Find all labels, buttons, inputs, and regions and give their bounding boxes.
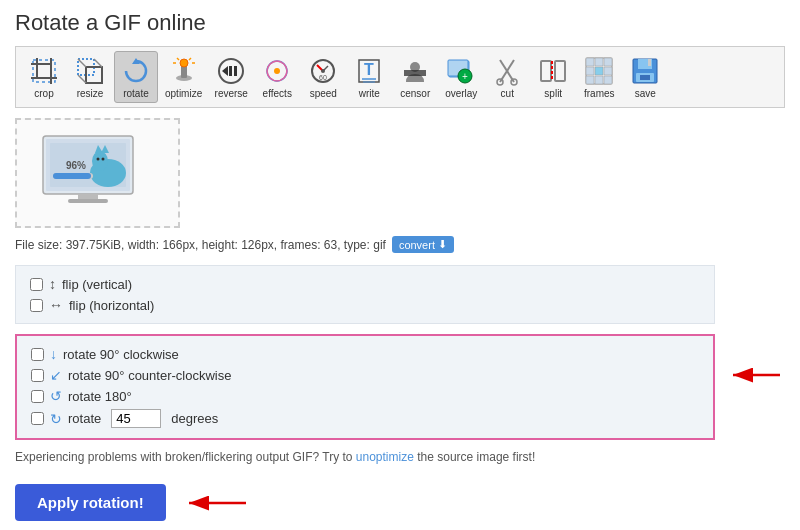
rotate-icon: [120, 55, 152, 87]
crop-icon: [28, 55, 60, 87]
save-icon: [629, 55, 661, 87]
svg-rect-49: [595, 67, 603, 75]
convert-label: convert: [399, 239, 435, 251]
rotate-90ccw-icon: ↙: [50, 367, 62, 383]
svg-rect-46: [595, 58, 603, 66]
rotate-90ccw-checkbox[interactable]: [31, 369, 44, 382]
convert-button[interactable]: convert ⬇: [392, 236, 454, 253]
file-info-text: File size: 397.75KiB, width: 166px, heig…: [15, 238, 386, 252]
tool-optimize[interactable]: optimize: [160, 52, 207, 102]
flip-vertical-row: ↕ flip (vertical): [30, 276, 700, 292]
svg-rect-48: [586, 67, 594, 75]
split-icon: [537, 55, 569, 87]
tool-frames[interactable]: frames: [577, 52, 621, 102]
rotate-180-row: ↺ rotate 180°: [31, 388, 699, 404]
apply-button-area: Apply rotation!: [15, 484, 785, 521]
file-info: File size: 397.75KiB, width: 166px, heig…: [15, 236, 785, 253]
tool-crop[interactable]: crop: [22, 52, 66, 102]
svg-rect-32: [404, 70, 426, 76]
svg-rect-50: [604, 67, 612, 75]
convert-icon: ⬇: [438, 238, 447, 251]
flip-options-section: ↕ flip (vertical) ↔ flip (horizontal): [15, 265, 715, 324]
rotate-deg-prefix: rotate: [68, 411, 101, 426]
rotate-90cw-icon: ↓: [50, 346, 57, 362]
tool-overlay[interactable]: + overlay: [439, 52, 483, 102]
rotate-deg-checkbox[interactable]: [31, 412, 44, 425]
svg-line-8: [94, 59, 102, 67]
svg-point-23: [274, 68, 280, 74]
svg-rect-41: [541, 61, 551, 81]
rotate-90cw-checkbox[interactable]: [31, 348, 44, 361]
tool-effects-label: effects: [263, 88, 292, 99]
svg-line-7: [78, 59, 86, 67]
tool-split[interactable]: split: [531, 52, 575, 102]
rotate-deg-suffix: degrees: [171, 411, 218, 426]
tool-frames-label: frames: [584, 88, 615, 99]
rotate-90ccw-label: rotate 90° counter-clockwise: [68, 368, 231, 383]
apply-rotation-button[interactable]: Apply rotation!: [15, 484, 166, 521]
toolbar: crop resize rotat: [15, 46, 785, 108]
effects-icon: [261, 55, 293, 87]
page-title: Rotate a GIF online: [15, 10, 785, 36]
censor-icon: [399, 55, 431, 87]
unoptimize-link[interactable]: unoptimize: [356, 450, 414, 464]
tool-rotate[interactable]: rotate: [114, 51, 158, 103]
flip-horizontal-icon: ↔: [49, 297, 63, 313]
svg-rect-72: [53, 173, 91, 179]
svg-rect-58: [640, 75, 650, 80]
flip-vertical-label: flip (vertical): [62, 277, 132, 292]
tool-cut-label: cut: [501, 88, 514, 99]
flip-horizontal-label: flip (horizontal): [69, 298, 154, 313]
flip-vertical-icon: ↕: [49, 276, 56, 292]
resize-icon: [74, 55, 106, 87]
rotate-90cw-row: ↓ rotate 90° clockwise: [31, 346, 699, 362]
overlay-icon: +: [445, 55, 477, 87]
rotate-deg-icon: ↻: [50, 411, 62, 427]
flip-horizontal-checkbox[interactable]: [30, 299, 43, 312]
rotate-deg-input[interactable]: 45: [111, 409, 161, 428]
tool-save-label: save: [635, 88, 656, 99]
svg-text:96%: 96%: [66, 160, 86, 171]
svg-rect-56: [648, 59, 651, 66]
svg-rect-53: [604, 76, 612, 84]
tool-save[interactable]: save: [623, 52, 667, 102]
svg-point-68: [96, 157, 99, 160]
cut-icon: [491, 55, 523, 87]
svg-rect-45: [586, 58, 594, 66]
svg-rect-51: [586, 76, 594, 84]
svg-rect-20: [229, 66, 232, 76]
tool-censor-label: censor: [400, 88, 430, 99]
svg-text:60: 60: [319, 74, 327, 81]
rotate-180-label: rotate 180°: [68, 389, 132, 404]
rotate-section-arrow: [725, 360, 785, 390]
tool-effects[interactable]: effects: [255, 52, 299, 102]
rotate-180-checkbox[interactable]: [31, 390, 44, 403]
tool-crop-label: crop: [34, 88, 53, 99]
rotate-90cw-label: rotate 90° clockwise: [63, 347, 179, 362]
tool-optimize-label: optimize: [165, 88, 202, 99]
rotate-180-icon: ↺: [50, 388, 62, 404]
tool-cut[interactable]: cut: [485, 52, 529, 102]
svg-text:T: T: [364, 61, 374, 78]
tool-write[interactable]: T write: [347, 52, 391, 102]
write-icon: T: [353, 55, 385, 87]
tool-speed[interactable]: 60 speed: [301, 52, 345, 102]
flip-vertical-checkbox[interactable]: [30, 278, 43, 291]
svg-point-25: [321, 69, 325, 73]
tool-resize[interactable]: resize: [68, 52, 112, 102]
tool-censor[interactable]: censor: [393, 52, 437, 102]
rotate-deg-row: ↻ rotate 45 degrees: [31, 409, 699, 428]
svg-point-13: [180, 59, 188, 67]
svg-point-69: [101, 157, 104, 160]
tool-overlay-label: overlay: [445, 88, 477, 99]
svg-text:+: +: [462, 71, 468, 82]
svg-rect-42: [555, 61, 565, 81]
problem-text: Experiencing problems with broken/flicke…: [15, 450, 715, 464]
gif-preview: 96%: [15, 118, 180, 228]
svg-line-9: [78, 75, 86, 83]
rotate-90ccw-row: ↙ rotate 90° counter-clockwise: [31, 367, 699, 383]
svg-marker-19: [222, 66, 228, 76]
svg-rect-21: [234, 66, 237, 76]
problem-text-prefix: Experiencing problems with broken/flicke…: [15, 450, 353, 464]
tool-reverse[interactable]: reverse: [209, 52, 253, 102]
